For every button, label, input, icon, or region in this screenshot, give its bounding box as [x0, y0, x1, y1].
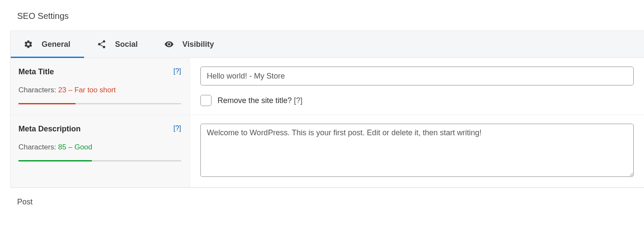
char-count: 23 [58, 86, 67, 94]
tabs: General Social Visibility [11, 31, 644, 58]
meta-description-char-line: Characters: 85 – Good [18, 143, 181, 152]
meta-title-char-line: Characters: 23 – Far too short [18, 86, 181, 94]
tab-label-general: General [42, 40, 70, 49]
char-status: – Good [67, 143, 93, 151]
remove-site-title-row: Remove the site title? [?] [200, 95, 634, 106]
remove-site-title-checkbox[interactable] [200, 95, 212, 106]
meta-description-left: Meta Description [?] Characters: 85 – Go… [11, 115, 190, 187]
remove-site-title-label: Remove the site title? [?] [218, 96, 302, 105]
meta-title-progress-fill [18, 103, 76, 104]
tab-visibility[interactable]: Visibility [151, 31, 228, 58]
tab-general[interactable]: General [11, 31, 84, 58]
meta-title-input[interactable] [200, 67, 634, 85]
eye-icon [164, 40, 174, 49]
tab-social[interactable]: Social [84, 31, 151, 58]
meta-title-row: Meta Title [?] Characters: 23 – Far too … [11, 58, 644, 115]
meta-description-right [190, 115, 644, 187]
meta-title-right: Remove the site title? [?] [190, 58, 644, 115]
gear-icon [24, 40, 33, 49]
meta-title-label: Meta Title [18, 67, 54, 76]
remove-site-title-help[interactable]: [?] [294, 96, 302, 105]
meta-title-progress [18, 103, 181, 104]
seo-settings-panel: General Social Visibility Meta Title [?] [10, 30, 644, 188]
meta-description-progress-fill [18, 160, 92, 161]
char-count: 85 [58, 143, 67, 151]
meta-description-progress [18, 160, 181, 161]
meta-description-row: Meta Description [?] Characters: 85 – Go… [11, 115, 644, 188]
meta-title-left: Meta Title [?] Characters: 23 – Far too … [11, 58, 190, 115]
char-prefix: Characters: [18, 86, 58, 94]
settings-body: Meta Title [?] Characters: 23 – Far too … [11, 58, 644, 188]
meta-description-help[interactable]: [?] [173, 125, 181, 132]
char-status: – Far too short [67, 86, 116, 94]
meta-title-help[interactable]: [?] [173, 67, 181, 75]
meta-description-label: Meta Description [18, 125, 81, 134]
tab-label-social: Social [115, 40, 138, 49]
meta-description-input[interactable] [200, 124, 634, 177]
char-prefix: Characters: [18, 143, 58, 151]
tab-label-visibility: Visibility [182, 40, 214, 49]
share-icon [97, 40, 106, 49]
footer-post-label: Post [0, 188, 644, 207]
page-title: SEO Settings [0, 0, 644, 30]
